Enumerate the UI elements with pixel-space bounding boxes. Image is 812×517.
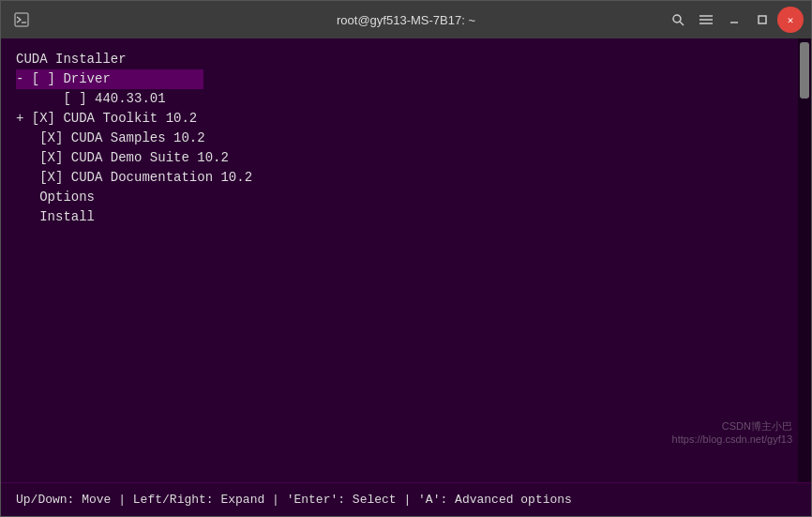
scrollbar[interactable] — [798, 38, 811, 482]
line-7: Options — [16, 188, 783, 207]
svg-line-3 — [680, 22, 684, 25]
scrollbar-thumb[interactable] — [800, 42, 809, 99]
titlebar-left — [8, 7, 35, 33]
status-bar: Up/Down: Move | Left/Right: Expand | 'En… — [1, 482, 811, 516]
window-title: root@gyf513-MS-7B17: ~ — [337, 13, 475, 27]
line-5: [X] CUDA Demo Suite 10.2 — [16, 148, 783, 168]
line-1: - [ ] Driver — [16, 69, 203, 89]
close-button[interactable]: ✕ — [777, 7, 804, 33]
watermark: CSDN博主小巴 https://blog.csdn.net/gyf13 — [672, 419, 792, 445]
menu-button[interactable] — [693, 7, 719, 33]
terminal-window: root@gyf513-MS-7B17: ~ — [0, 0, 812, 517]
line-6: [X] CUDA Documentation 10.2 — [16, 168, 783, 188]
line-0: CUDA Installer — [16, 50, 783, 69]
search-button[interactable] — [665, 7, 691, 33]
line-3: + [X] CUDA Toolkit 10.2 — [16, 109, 783, 129]
status-text: Up/Down: Move | Left/Right: Expand | 'En… — [16, 493, 572, 507]
svg-rect-8 — [759, 16, 766, 23]
maximize-button[interactable] — [749, 7, 775, 33]
terminal-output: CUDA Installer - [ ] Driver [ ] 440.33.0… — [1, 38, 798, 482]
svg-point-2 — [673, 15, 681, 23]
watermark-line1: CSDN博主小巴 — [672, 419, 792, 433]
minimize-button[interactable] — [721, 7, 747, 33]
terminal-body: CUDA Installer - [ ] Driver [ ] 440.33.0… — [1, 38, 811, 482]
line-4: [X] CUDA Samples 10.2 — [16, 129, 783, 148]
titlebar-controls: ✕ — [665, 7, 804, 33]
watermark-line2: https://blog.csdn.net/gyf13 — [672, 433, 792, 445]
line-8: Install — [16, 207, 783, 227]
terminal-icon — [8, 7, 35, 33]
line-2: [ ] 440.33.01 — [16, 89, 783, 109]
titlebar: root@gyf513-MS-7B17: ~ — [1, 1, 811, 38]
